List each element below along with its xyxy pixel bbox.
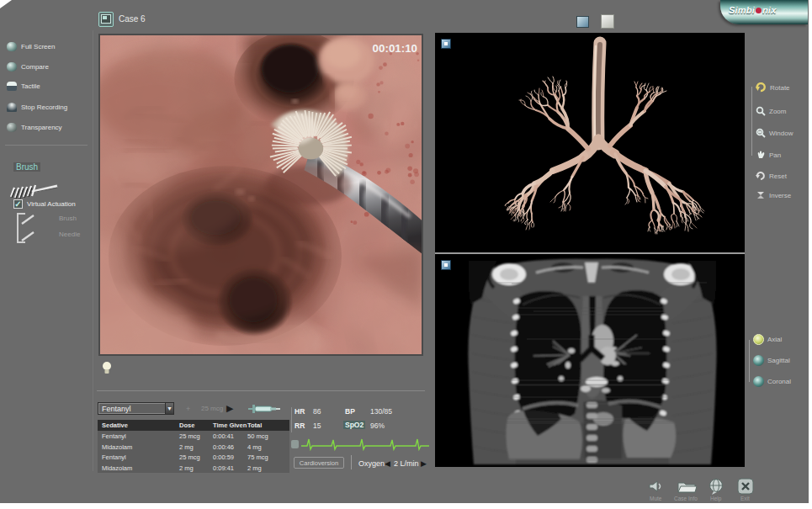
svg-text:00:01:10: 00:01:10 [373, 42, 417, 55]
